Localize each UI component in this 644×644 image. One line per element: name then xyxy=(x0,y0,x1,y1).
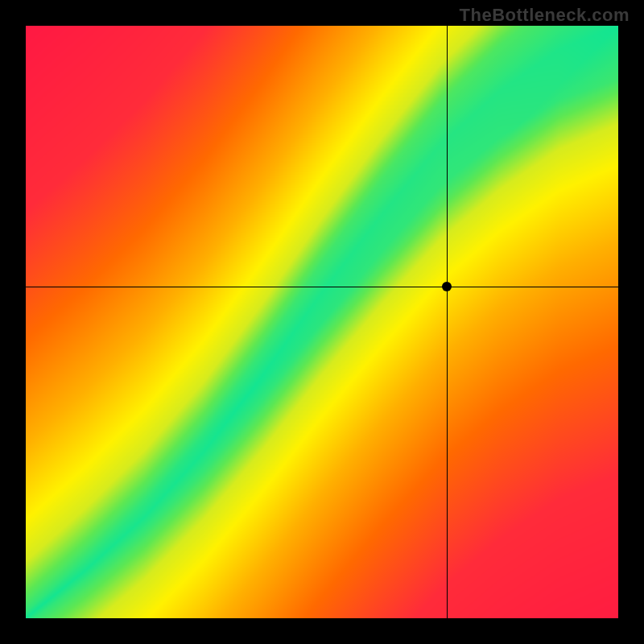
chart-figure: TheBottleneck.com xyxy=(0,0,644,644)
marker-dot xyxy=(442,282,452,291)
heatmap-canvas xyxy=(26,26,618,618)
plot-area xyxy=(26,26,618,618)
crosshair-vertical xyxy=(447,26,448,618)
crosshair-horizontal xyxy=(26,287,618,287)
watermark-text: TheBottleneck.com xyxy=(460,5,630,26)
